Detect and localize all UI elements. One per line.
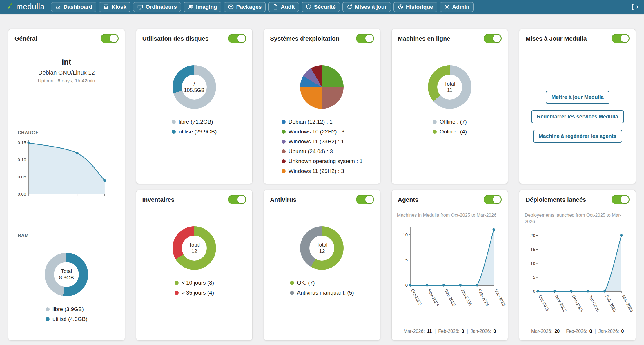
stat-item: Mar-2026: 11 bbox=[404, 329, 432, 334]
legend-item[interactable]: Antivirus manquant: (5) bbox=[290, 290, 354, 296]
history-icon bbox=[398, 4, 404, 10]
card-toggle[interactable] bbox=[612, 195, 630, 204]
svg-text:Feb-2026: Feb-2026 bbox=[477, 288, 490, 307]
nav-item-label: Audit bbox=[281, 4, 295, 10]
legend-dot-icon bbox=[175, 281, 179, 285]
legend-item[interactable]: Windows 11 (23H2) : 1 bbox=[282, 138, 344, 145]
legend-item[interactable]: OK: (7) bbox=[290, 280, 315, 286]
legend-item[interactable]: Windows 11 (25H2) : 3 bbox=[282, 168, 344, 174]
card-toggle[interactable] bbox=[612, 34, 630, 43]
regenerate-agents-button[interactable]: Machine à régénérer les agents bbox=[533, 130, 622, 143]
card-general: Général int Debian GNU/Linux 12 Uptime :… bbox=[8, 29, 125, 341]
legend-item[interactable]: < 10 jours (8) bbox=[175, 280, 214, 286]
legend-dot-icon bbox=[290, 281, 294, 285]
os-pie-chart bbox=[300, 65, 344, 109]
legend-item[interactable]: utilisé (29.9GB) bbox=[172, 129, 217, 135]
nav-item-label: Historique bbox=[406, 4, 433, 10]
nav-item-securite[interactable]: Sécurité bbox=[302, 2, 340, 12]
updates-icon bbox=[347, 4, 353, 10]
legend-label: Windows 10 (22H2) : 3 bbox=[289, 129, 344, 135]
legend-label: Windows 11 (23H2) : 1 bbox=[289, 138, 344, 145]
nav-item-kiosk[interactable]: Kiosk bbox=[99, 2, 130, 12]
legend-dot-icon bbox=[282, 130, 286, 134]
nav-item-dashboard[interactable]: Dashboard bbox=[51, 2, 96, 12]
machines-online-legend: Offline : (7)Online : (4) bbox=[433, 119, 467, 135]
legend-dot-icon bbox=[175, 291, 179, 295]
legend-label: Debian (12.12) : 1 bbox=[289, 119, 333, 125]
card-title: Utilisation des disques bbox=[142, 35, 209, 42]
svg-text:0: 0 bbox=[533, 289, 535, 294]
legend-item[interactable]: Unknown operating system : 1 bbox=[282, 158, 363, 165]
donut-center-text: /105.5GB bbox=[182, 75, 207, 100]
svg-text:10: 10 bbox=[403, 232, 408, 237]
svg-text:Oct-2025: Oct-2025 bbox=[538, 294, 551, 312]
nav-item-packages[interactable]: Packages bbox=[224, 2, 266, 12]
card-toggle[interactable] bbox=[484, 195, 502, 204]
os-name: Debian GNU/Linux 12 bbox=[38, 69, 95, 76]
legend-dot-icon bbox=[282, 120, 286, 124]
donut-center-text: Total11 bbox=[437, 75, 462, 100]
nav-item-admin[interactable]: Admin bbox=[440, 2, 474, 12]
logout-icon[interactable] bbox=[631, 3, 639, 11]
nav-item-audit[interactable]: Audit bbox=[268, 2, 299, 12]
legend-item[interactable]: libre (3.9GB) bbox=[46, 306, 84, 313]
restart-services-button[interactable]: Redémarrer les services Medulla bbox=[531, 110, 624, 123]
svg-text:0: 0 bbox=[405, 283, 407, 288]
nav-item-imaging[interactable]: Imaging bbox=[184, 2, 221, 12]
card-agents: Agents Machines in Medulla from Oct-2025… bbox=[391, 190, 508, 341]
machines-online-donut: Total11 bbox=[428, 65, 471, 109]
uptime-text: Uptime : 6 days, 1h 42min bbox=[38, 78, 95, 84]
computers-icon bbox=[137, 4, 143, 10]
agents-chart-subtitle: Machines in Medulla from Oct-2025 to Mar… bbox=[397, 212, 503, 218]
card-toggle[interactable] bbox=[484, 34, 502, 43]
deployments-stats: Mar-2026: 20|Feb-2026: 0|Jan-2026: 0 bbox=[531, 329, 624, 335]
nav-item-historique[interactable]: Historique bbox=[393, 2, 437, 12]
legend-item[interactable]: Ubuntu (24.04) : 3 bbox=[282, 148, 333, 155]
legend-dot-icon bbox=[282, 140, 286, 144]
inventories-donut: Total12 bbox=[173, 226, 216, 270]
legend-dot-icon bbox=[282, 159, 286, 163]
charge-section-label: CHARGE bbox=[18, 130, 39, 136]
svg-text:Mar-2026: Mar-2026 bbox=[494, 288, 507, 307]
stat-item: Jan-2026: 0 bbox=[471, 329, 496, 334]
stat-separator: | bbox=[434, 329, 436, 334]
deployments-chart-subtitle: Deployements launched from Oct-2025 to M… bbox=[525, 212, 630, 225]
legend-item[interactable]: utilisé (4.3GB) bbox=[46, 316, 87, 322]
legend-item[interactable]: Debian (12.12) : 1 bbox=[282, 119, 333, 125]
os-legend: Debian (12.12) : 1Windows 10 (22H2) : 3W… bbox=[282, 119, 363, 174]
legend-dot-icon bbox=[433, 130, 437, 134]
card-disk-usage: Utilisation des disques /105.5GB libre (… bbox=[136, 29, 253, 184]
legend-item[interactable]: Offline : (7) bbox=[433, 119, 467, 125]
nav-item-ordinateurs[interactable]: Ordinateurs bbox=[133, 2, 181, 12]
svg-text:Oct-2025: Oct-2025 bbox=[410, 288, 423, 306]
legend-item[interactable]: > 35 jours (4) bbox=[175, 290, 214, 296]
card-toggle[interactable] bbox=[356, 195, 374, 204]
legend-label: < 10 jours (8) bbox=[182, 280, 214, 286]
security-icon bbox=[306, 4, 312, 10]
legend-dot-icon bbox=[46, 307, 50, 311]
svg-text:5: 5 bbox=[405, 257, 407, 262]
legend-item[interactable]: Windows 10 (22H2) : 3 bbox=[282, 129, 344, 135]
card-toggle[interactable] bbox=[101, 34, 119, 43]
svg-text:Dec-2025: Dec-2025 bbox=[443, 288, 457, 307]
legend-item[interactable]: libre (71.2GB) bbox=[172, 119, 213, 125]
deployments-line-chart: 05101520Oct-2025Nov-2025Dec-2025Jan-2026… bbox=[525, 228, 627, 327]
toggle-knob bbox=[365, 196, 373, 203]
donut-center-text: Total8.3GB bbox=[54, 262, 79, 287]
stat-separator: | bbox=[595, 329, 596, 334]
nav-item-mises-a-jour[interactable]: Mises à jour bbox=[342, 2, 391, 12]
card-toggle[interactable] bbox=[228, 195, 246, 204]
legend-label: Online : (4) bbox=[440, 129, 467, 135]
card-title: Général bbox=[14, 35, 37, 42]
card-title: Machines en ligne bbox=[398, 35, 450, 42]
svg-text:10: 10 bbox=[531, 261, 536, 266]
disk-usage-donut: /105.5GB bbox=[173, 65, 216, 109]
update-medulla-button[interactable]: Mettre à jour Medulla bbox=[546, 91, 609, 104]
svg-text:5: 5 bbox=[533, 275, 535, 280]
brand-name: medulla bbox=[16, 2, 45, 11]
legend-item[interactable]: Online : (4) bbox=[433, 129, 467, 135]
disk-usage-legend: libre (71.2GB)utilisé (29.9GB) bbox=[172, 119, 217, 135]
legend-label: Ubuntu (24.04) : 3 bbox=[289, 148, 333, 155]
card-toggle[interactable] bbox=[356, 34, 374, 43]
card-toggle[interactable] bbox=[228, 34, 246, 43]
